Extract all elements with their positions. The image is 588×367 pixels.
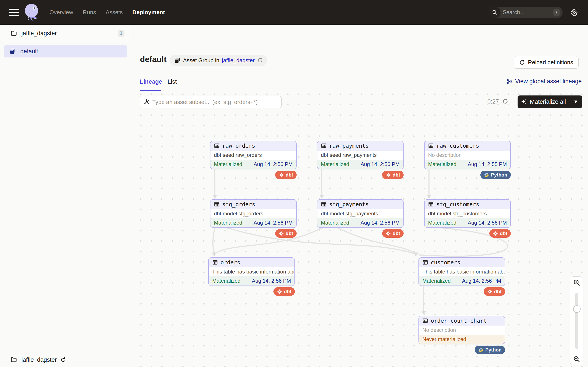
- search-input[interactable]: [503, 9, 544, 16]
- zoom-out-button[interactable]: [570, 353, 583, 365]
- asset-status: Materialized: [212, 278, 240, 284]
- materialize-options-caret[interactable]: ▼: [569, 99, 582, 105]
- dbt-badge[interactable]: dbt: [273, 287, 295, 296]
- asset-timestamp[interactable]: Aug 14, 2:56 PM: [361, 220, 400, 226]
- dbt-icon: [487, 289, 493, 294]
- asset-group-count-badge: 1: [118, 30, 124, 37]
- asset-description: No description: [419, 325, 505, 335]
- dbt-badge[interactable]: dbt: [382, 171, 404, 179]
- refresh-icon[interactable]: [257, 58, 263, 63]
- asset-description: No description: [424, 150, 510, 160]
- dagster-logo[interactable]: [24, 3, 40, 22]
- python-badge[interactable]: Python: [480, 171, 511, 179]
- materialize-all-button[interactable]: Materialize all ▼: [518, 95, 582, 108]
- asset-subset-input[interactable]: [152, 99, 281, 106]
- asset-description: dbt model stg_orders: [210, 209, 296, 218]
- asset-group-chip: Asset Group in jaffle_dagster: [170, 55, 267, 66]
- asset-name: customers: [431, 259, 460, 266]
- python-badge[interactable]: Python: [475, 346, 505, 354]
- dbt-icon: [386, 172, 391, 178]
- menu-icon[interactable]: [9, 9, 19, 16]
- nav-runs[interactable]: Runs: [83, 9, 96, 16]
- tab-lineage[interactable]: Lineage: [140, 78, 162, 85]
- sidebar: jaffle_dagster 1 default jaffle_dagster: [0, 25, 131, 367]
- sidebar-footer-code-location[interactable]: jaffle_dagster: [0, 353, 130, 367]
- zoom-in-button[interactable]: [570, 276, 583, 288]
- asset-node-customers: customers This table has basic informati…: [418, 257, 505, 286]
- asset-description: This table has basic information about .…: [209, 267, 294, 276]
- refresh-timer: 0:27: [487, 98, 499, 105]
- folder-icon: [10, 30, 17, 37]
- asset-group-icon: [174, 57, 181, 64]
- asset-timestamp[interactable]: Aug 14, 2:56 PM: [253, 161, 293, 167]
- code-location-link[interactable]: jaffle_dagster: [222, 57, 255, 64]
- asset-timestamp[interactable]: Aug 14, 2:56 PM: [462, 278, 501, 284]
- asset-name: stg_customers: [436, 201, 479, 208]
- sidebar-item-default-group[interactable]: default: [4, 45, 127, 58]
- reload-definitions-button[interactable]: Reload definitions: [514, 56, 579, 69]
- lineage-graph-canvas[interactable]: 0:27 Materialize all ▼ raw_orders dbt se…: [131, 93, 588, 367]
- asset-timestamp[interactable]: Aug 14, 2:56 PM: [252, 278, 291, 284]
- search-shortcut-key: /: [553, 9, 560, 16]
- footer-code-location-label: jaffle_dagster: [21, 357, 57, 363]
- nav-overview[interactable]: Overview: [49, 9, 73, 16]
- active-tab-indicator: [140, 90, 161, 91]
- asset-timestamp[interactable]: Aug 14, 2:56 PM: [253, 220, 293, 226]
- asset-status: Materialized: [428, 161, 456, 167]
- reload-definitions-label: Reload definitions: [528, 59, 573, 66]
- refresh-icon[interactable]: [502, 98, 508, 104]
- lineage-edges: [131, 93, 588, 367]
- op-selector-icon: [144, 99, 150, 105]
- asset-name: order_count_chart: [431, 318, 487, 324]
- asset-node-raw_orders: raw_orders dbt seed raw_orders Materiali…: [210, 141, 297, 169]
- sidebar-item-label: default: [20, 48, 38, 55]
- materialize-all-label: Materialize all: [530, 99, 566, 105]
- asset-status: Materialized: [422, 278, 451, 284]
- dbt-icon: [386, 231, 391, 236]
- sidebar-item-code-location[interactable]: jaffle_dagster 1: [0, 25, 130, 42]
- search-icon: [489, 7, 501, 18]
- asset-timestamp[interactable]: Aug 14, 2:56 PM: [361, 161, 400, 167]
- zoom-slider-handle[interactable]: [573, 305, 580, 313]
- dbt-badge[interactable]: dbt: [382, 229, 404, 238]
- folder-icon: [10, 357, 17, 363]
- zoom-slider[interactable]: [570, 288, 583, 353]
- table-icon: [422, 259, 428, 265]
- asset-node-stg_payments: stg_payments dbt model stg_payments Mate…: [317, 199, 404, 228]
- asset-subset-filter[interactable]: [140, 96, 282, 108]
- main-content: default Asset Group in jaffle_dagster Re…: [131, 25, 588, 367]
- tab-list[interactable]: List: [168, 78, 177, 85]
- asset-node-stg_customers: stg_customers dbt model stg_customers Ma…: [424, 199, 511, 228]
- asset-status: Materialized: [321, 161, 349, 167]
- asset-timestamp[interactable]: Aug 14, 2:55 PM: [468, 161, 507, 167]
- table-icon: [428, 201, 434, 207]
- dbt-icon: [277, 289, 282, 294]
- asset-name: raw_orders: [222, 143, 255, 149]
- search-box[interactable]: /: [489, 7, 563, 18]
- asset-node-raw_customers: raw_customers No description Materialize…: [424, 141, 511, 169]
- asset-description: dbt seed raw_orders: [210, 150, 296, 160]
- asset-node-order_count_chart: order_count_chart No description Never m…: [418, 316, 505, 344]
- zoom-controls: [570, 276, 583, 365]
- nav-deployment[interactable]: Deployment: [132, 9, 165, 16]
- table-icon: [321, 143, 327, 149]
- dbt-badge[interactable]: dbt: [275, 229, 297, 238]
- asset-timestamp[interactable]: Aug 14, 2:56 PM: [468, 220, 507, 226]
- dbt-badge[interactable]: dbt: [275, 171, 297, 179]
- view-global-asset-lineage-link[interactable]: View global asset lineage: [507, 78, 582, 85]
- dbt-badge[interactable]: dbt: [489, 229, 511, 238]
- top-navigation: Overview Runs Assets Deployment /: [0, 0, 588, 25]
- asset-node-stg_orders: stg_orders dbt model stg_orders Material…: [210, 199, 297, 228]
- sparkle-icon: [521, 99, 527, 105]
- chip-prefix-text: Asset Group in: [183, 57, 219, 64]
- settings-gear-icon[interactable]: [570, 8, 579, 17]
- dbt-badge[interactable]: dbt: [484, 287, 505, 296]
- view-global-asset-lineage-label: View global asset lineage: [515, 78, 582, 85]
- asset-status: Never materialized: [422, 336, 466, 342]
- asset-status: Materialized: [428, 220, 456, 226]
- zoom-out-icon: [573, 355, 580, 363]
- reload-icon[interactable]: [60, 357, 66, 363]
- lineage-graph-icon: [507, 79, 512, 84]
- nav-assets[interactable]: Assets: [106, 9, 123, 16]
- asset-name: orders: [221, 259, 240, 266]
